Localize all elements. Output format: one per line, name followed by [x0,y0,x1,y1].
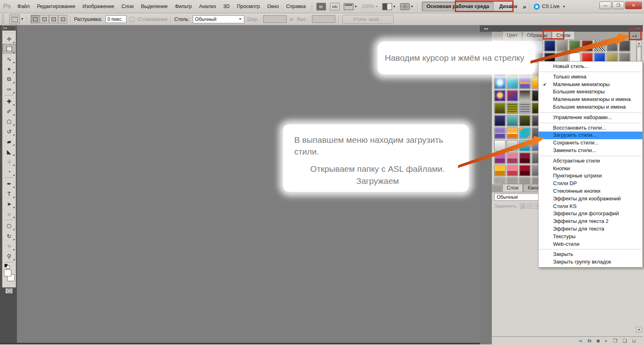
style-swatch-3-2[interactable] [519,78,530,89]
eraser-tool[interactable]: ▰ [2,136,16,146]
style-swatch-8-0[interactable] [494,140,506,151]
lock-pixels-icon[interactable]: ✐ [527,203,533,209]
3d-rotate-tool[interactable]: ⎔ [2,221,16,231]
style-swatch-0-7[interactable] [582,40,593,51]
menu-item-восстановить-стили-[interactable]: Восстановить стили... [539,124,642,132]
scroll-up-icon[interactable]: ▲ [636,41,642,46]
menu-item-закрыть[interactable]: Закрыть [539,251,642,258]
path-selection-tool[interactable]: ➤ [2,199,16,209]
style-swatch-0-4[interactable] [544,40,555,51]
toolbox-collapse-button[interactable]: ▸▸ [2,26,16,31]
style-swatch-10-2[interactable] [519,165,530,176]
menu-item-кнопки[interactable]: Кнопки [539,165,642,173]
link-layers-icon[interactable]: ∞ [579,338,582,344]
quick-mask-button[interactable] [5,288,13,294]
history-brush-tool[interactable]: ↺ [2,126,16,136]
expand-dock-icon[interactable]: ◂◂ [484,25,488,32]
style-swatch-5-2[interactable] [519,103,530,114]
menu-item-сохранить-стили-[interactable]: Сохранить стили... [539,139,642,147]
menu-Анализ[interactable]: Анализ [195,0,219,13]
hand-tool[interactable]: ☜ [2,241,16,251]
add-selection-button[interactable] [40,15,49,23]
crop-tool[interactable]: ⧉ [2,74,16,84]
menu-item-большие-миниатюры-и-имена[interactable]: Большие миниатюры и имена [539,103,642,111]
type-tool[interactable]: T [2,189,16,199]
menu-item-стили-dp[interactable]: Стили DP [539,180,642,187]
menu-item-управление-наборами-[interactable]: Управление наборами... [539,114,642,122]
style-swatch-9-2[interactable] [519,152,530,164]
style-swatch-6-0[interactable] [494,115,506,126]
style-swatch-0-5[interactable] [557,40,568,51]
menu-item-эффекты-для-изображений[interactable]: Эффекты для изображений [539,195,642,203]
healing-brush-tool[interactable]: ✚ [2,96,16,106]
style-swatch-4-1[interactable] [507,90,518,101]
menu-3D[interactable]: 3D [220,0,233,13]
style-swatch-9-1[interactable] [507,152,518,164]
tool-preset-picker[interactable]: ▼ [8,14,24,24]
zoom-tool[interactable]: ⚲ [2,251,16,261]
menu-item-большие-миниатюры[interactable]: Большие миниатюры [539,88,642,96]
eyedropper-tool[interactable]: ✑ [2,84,16,94]
rectangular-marquee-tool[interactable] [2,44,16,54]
antialias-checkbox[interactable] [130,17,134,22]
menu-Редактирование[interactable]: Редактирование [33,0,79,13]
move-tool[interactable]: ✛ [2,34,16,44]
style-swatch-0-10[interactable] [619,40,630,51]
layers-scroll-down-icon[interactable]: ▼ [636,327,642,333]
quick-selection-tool[interactable]: ✴ [2,64,16,74]
close-button[interactable]: ✕ [625,2,642,9]
style-swatch-0-6[interactable] [569,40,580,51]
menu-item-эффекты-для-фотографий[interactable]: Эффекты для фотографий [539,210,642,218]
style-swatch-7-2[interactable] [519,128,530,139]
menu-item-стили-ks[interactable]: Стили KS [539,203,642,210]
workspace-overflow-chevrons[interactable]: » [523,3,525,10]
paint-bucket-tool[interactable]: ◣ [2,146,16,157]
menu-item-маленькие-миниатюры[interactable]: ✔Маленькие миниатюры [539,81,642,89]
cs-live-button[interactable]: CS Live▼ [534,4,566,10]
menu-Справка[interactable]: Справка [283,0,310,13]
lock-transparency-icon[interactable]: ▨ [520,203,526,209]
width-input[interactable] [263,15,287,23]
style-swatch-10-1[interactable] [507,165,518,176]
menu-item-эффекты-для-текста[interactable]: Эффекты для текста [539,225,642,233]
dodge-tool[interactable]: ◔ [2,167,16,177]
feather-input[interactable]: 0 пикс. [105,15,126,23]
menu-item-стеклянные-кнопки[interactable]: Стеклянные кнопки [539,187,642,195]
style-swatch-7-0[interactable] [494,128,506,139]
menu-item-маленькие-миниатюры-и-имена[interactable]: Маленькие миниатюры и имена [539,96,642,103]
menu-item-текстуры[interactable]: Текстуры [539,233,642,241]
style-swatch-6-2[interactable] [519,115,530,126]
menu-item-новый-стиль-[interactable]: Новый стиль... [539,63,642,70]
bridge-button[interactable]: Br [316,3,326,10]
style-swatch-9-0[interactable] [494,152,506,164]
style-swatch-5-0[interactable] [494,103,506,114]
menu-item-эффекты-для-текста-2[interactable]: Эффекты для текста 2 [539,218,642,225]
style-swatch-4-0[interactable] [494,90,506,101]
menu-item-закрыть-группу-вкладок[interactable]: Закрыть группу вкладок [539,258,642,266]
new-layer-icon[interactable]: ❏ [623,338,627,344]
style-select[interactable]: Обычный▼ [193,15,244,23]
restore-button[interactable]: ❐ [612,2,624,9]
menu-item-только-имена[interactable]: Только имена [539,73,642,81]
screen-mode-button[interactable]: ▼ [400,3,414,10]
mini-bridge-button[interactable]: Mb [330,3,340,10]
menu-item-заменить-стили-[interactable]: Заменить стили... [539,147,642,154]
3d-orbit-tool[interactable]: ↻ [2,231,16,241]
new-selection-button[interactable] [31,15,39,23]
style-swatch-4-2[interactable] [519,90,530,101]
style-swatch-0-8[interactable] [594,40,605,51]
style-swatch-6-1[interactable] [507,115,518,126]
tab-Цвет[interactable]: Цвет [502,31,522,39]
smudge-tool[interactable]: ☟ [2,157,16,167]
intersect-selection-button[interactable] [58,15,67,23]
style-swatch-3-1[interactable] [507,78,518,89]
brush-tool[interactable]: ✐ [2,106,16,116]
menu-Изображение[interactable]: Изображение [79,0,118,13]
tab-Слои[interactable]: Слои [502,184,523,192]
style-swatch-8-1[interactable] [507,140,518,151]
arrange-documents-button[interactable]: ▼ [382,3,396,10]
lasso-tool[interactable]: ∿ [2,54,16,64]
minimize-button[interactable]: — [599,2,611,9]
style-swatch-11-0[interactable] [494,177,506,184]
menu-Окно[interactable]: Окно [264,0,283,13]
